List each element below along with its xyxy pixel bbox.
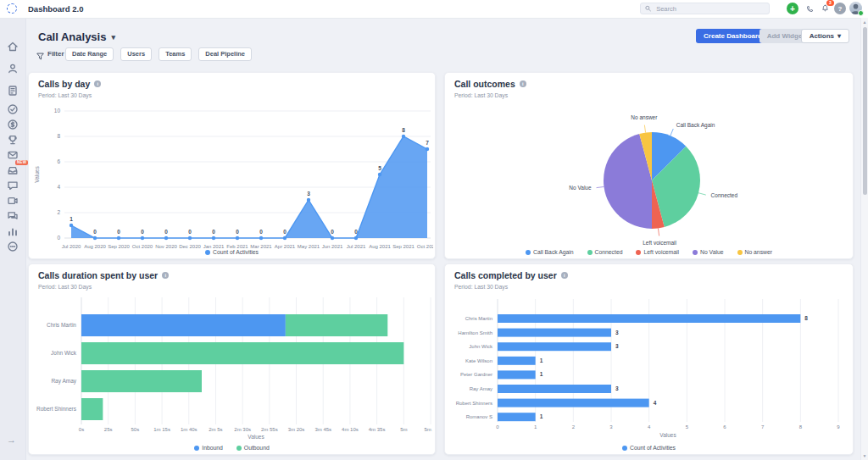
actions-button[interactable]: Actions▾ xyxy=(801,29,849,43)
legend-item[interactable]: Inbound xyxy=(194,445,223,451)
legend-item[interactable]: Count of Activities xyxy=(205,249,259,255)
svg-text:0: 0 xyxy=(141,229,144,235)
legend-dot-icon xyxy=(587,250,593,255)
svg-text:0: 0 xyxy=(57,235,60,241)
app-title: Dashboard 2.0 xyxy=(28,4,83,14)
svg-text:5: 5 xyxy=(686,424,689,430)
filter-chip-teams[interactable]: Teams xyxy=(159,47,192,61)
video-icon[interactable] xyxy=(6,194,19,208)
svg-text:3m 20s: 3m 20s xyxy=(288,427,305,432)
svg-text:Chris Martin: Chris Martin xyxy=(465,316,492,321)
app-logo-icon[interactable] xyxy=(7,3,17,14)
svg-text:3: 3 xyxy=(615,385,619,391)
phone-icon[interactable] xyxy=(804,3,815,14)
svg-text:1: 1 xyxy=(540,413,543,419)
deals-dollar-icon[interactable] xyxy=(6,118,19,131)
svg-text:8: 8 xyxy=(57,133,60,139)
svg-text:4: 4 xyxy=(648,424,651,430)
info-icon[interactable]: i xyxy=(94,80,101,87)
legend-dot-icon xyxy=(636,250,641,255)
call-outcomes-pie-chart: Call Back AgainConnectedLeft voicemailNo… xyxy=(447,101,851,253)
legend-item[interactable]: Count of Activities xyxy=(622,445,676,451)
help-icon[interactable]: ? xyxy=(834,3,846,14)
legend-item[interactable]: Left voicemail xyxy=(636,249,679,255)
legend-dot-icon xyxy=(693,250,698,255)
inbox-icon[interactable]: NEW xyxy=(6,163,19,177)
global-search[interactable] xyxy=(640,3,770,14)
info-icon[interactable]: i xyxy=(520,80,526,87)
chat-icon[interactable] xyxy=(6,179,19,192)
legend-dot-icon xyxy=(526,250,531,255)
svg-text:John Wick: John Wick xyxy=(469,344,493,349)
svg-text:7: 7 xyxy=(426,140,429,146)
svg-text:0: 0 xyxy=(354,229,358,235)
chart-title: Calls by dayi xyxy=(38,79,101,89)
analytics-bar-chart-icon[interactable] xyxy=(6,224,19,238)
legend-item[interactable]: No answer xyxy=(737,249,773,255)
inbox-new-badge: NEW xyxy=(15,160,28,165)
svg-text:3: 3 xyxy=(615,330,619,335)
calls-by-day-area-chart: 0246810Values1Jul 20200Aug 20200Sep 2020… xyxy=(31,101,433,253)
scroll-up-icon[interactable]: ▲ xyxy=(861,19,868,25)
legend-item[interactable]: Connected xyxy=(587,249,623,255)
notifications-bell-icon[interactable]: 3 xyxy=(819,3,831,14)
home-icon[interactable] xyxy=(6,40,19,53)
info-icon[interactable]: i xyxy=(561,272,568,279)
svg-text:Kate Wilson: Kate Wilson xyxy=(465,358,492,363)
filter-chip-deal-pipeline[interactable]: Deal Pipeline xyxy=(198,47,252,61)
filter-chip-users[interactable]: Users xyxy=(120,47,152,61)
conversations-icon[interactable] xyxy=(6,209,19,223)
svg-text:0: 0 xyxy=(283,229,287,235)
chart-legend: InboundOutbound xyxy=(29,445,435,451)
svg-text:1: 1 xyxy=(540,357,543,363)
chart-period: Period: Last 30 Days xyxy=(38,284,92,290)
scroll-down-icon[interactable]: ▼ xyxy=(861,453,868,458)
vertical-scrollbar[interactable]: ▲ ▼ xyxy=(860,18,868,460)
svg-text:Peter Gardner: Peter Gardner xyxy=(460,372,492,377)
svg-text:John Wick: John Wick xyxy=(51,350,77,356)
svg-text:0: 0 xyxy=(164,229,168,235)
svg-text:0: 0 xyxy=(93,229,97,235)
chart-legend: Call Back AgainConnectedLeft voicemailNo… xyxy=(445,249,853,255)
svg-text:2: 2 xyxy=(572,424,576,430)
svg-text:50s: 50s xyxy=(131,427,140,432)
svg-text:8: 8 xyxy=(799,424,803,430)
svg-text:25s: 25s xyxy=(104,427,113,432)
svg-text:8: 8 xyxy=(402,127,405,133)
contacts-icon[interactable] xyxy=(6,62,19,75)
svg-text:3m 45s: 3m 45s xyxy=(314,427,331,432)
svg-text:0: 0 xyxy=(496,424,499,430)
goals-trophy-icon[interactable] xyxy=(6,133,19,147)
svg-text:8: 8 xyxy=(804,315,808,321)
legend-item[interactable]: No Value xyxy=(693,249,723,255)
filter-label[interactable]: Filter xyxy=(47,50,64,58)
chart-title: Call outcomesi xyxy=(454,79,526,89)
legend-item[interactable]: Outbound xyxy=(236,445,270,451)
calls-by-day-card: Calls by dayi Period: Last 30 Days 02468… xyxy=(28,72,436,259)
svg-text:Hamilton Smith: Hamilton Smith xyxy=(458,330,492,335)
scrollbar-thumb[interactable] xyxy=(863,27,867,195)
tasks-check-icon[interactable] xyxy=(6,103,19,116)
search-icon xyxy=(645,5,651,12)
more-apps-icon[interactable] xyxy=(6,240,19,253)
filter-chip-date-range[interactable]: Date Range xyxy=(65,47,114,61)
create-dashboard-button[interactable]: Create Dashboard xyxy=(696,29,770,43)
legend-item[interactable]: Call Back Again xyxy=(526,249,574,255)
svg-text:0: 0 xyxy=(331,229,334,235)
chevron-down-icon: ▾ xyxy=(111,33,115,42)
quick-add-icon[interactable]: + xyxy=(787,3,798,14)
page-title[interactable]: Call Analysis▾ xyxy=(38,30,115,43)
accounts-icon[interactable] xyxy=(6,84,19,97)
sidebar-collapse-arrow[interactable]: → xyxy=(7,435,16,445)
svg-text:Ray Amay: Ray Amay xyxy=(51,378,76,385)
info-icon[interactable]: i xyxy=(162,272,169,279)
svg-text:5m ...: 5m ... xyxy=(424,427,433,432)
svg-text:Call Back Again: Call Back Again xyxy=(676,122,715,129)
svg-text:0s: 0s xyxy=(79,427,84,432)
online-status-dot xyxy=(858,10,864,16)
search-input[interactable] xyxy=(654,4,765,14)
calls-completed-card: Calls completed by useri Period: Last 30… xyxy=(444,263,854,455)
svg-text:1: 1 xyxy=(70,216,73,222)
svg-text:10: 10 xyxy=(54,108,61,114)
chart-title: Calls completed by useri xyxy=(454,270,568,280)
